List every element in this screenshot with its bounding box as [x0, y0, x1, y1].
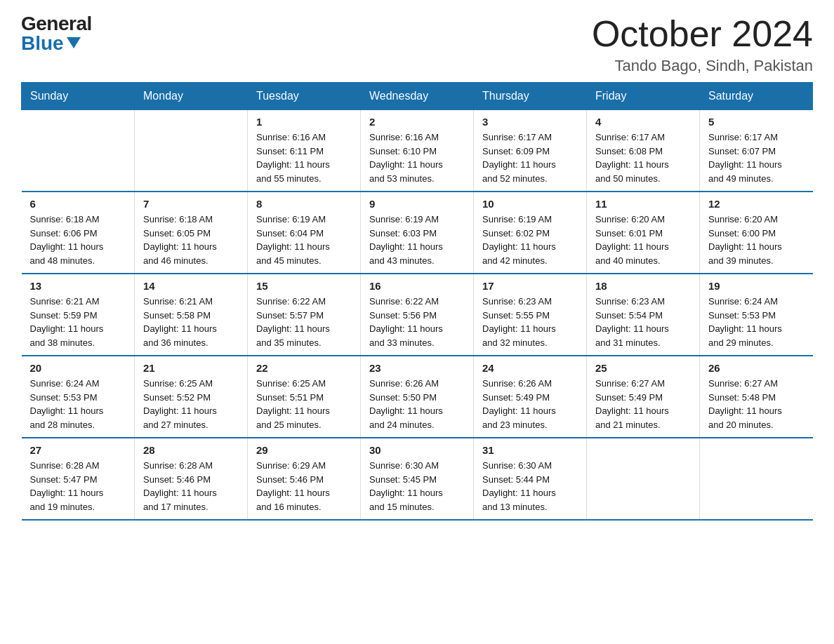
- calendar-cell: [135, 110, 248, 192]
- day-info: Sunrise: 6:24 AM Sunset: 5:53 PM Dayligh…: [30, 377, 126, 431]
- day-number: 2: [369, 116, 465, 128]
- logo: General Blue: [21, 14, 92, 53]
- day-number: 1: [256, 116, 352, 128]
- day-number: 15: [256, 280, 352, 292]
- calendar-cell: 1Sunrise: 6:16 AM Sunset: 6:11 PM Daylig…: [248, 110, 361, 192]
- day-info: Sunrise: 6:19 AM Sunset: 6:03 PM Dayligh…: [369, 213, 465, 267]
- column-header-sunday: Sunday: [22, 83, 135, 110]
- day-number: 22: [256, 362, 352, 374]
- day-number: 18: [595, 280, 691, 292]
- day-number: 25: [595, 362, 691, 374]
- day-info: Sunrise: 6:29 AM Sunset: 5:46 PM Dayligh…: [256, 459, 352, 514]
- day-info: Sunrise: 6:28 AM Sunset: 5:46 PM Dayligh…: [143, 459, 239, 514]
- day-number: 16: [369, 280, 465, 292]
- calendar-cell: 19Sunrise: 6:24 AM Sunset: 5:53 PM Dayli…: [700, 274, 813, 356]
- column-header-monday: Monday: [135, 83, 248, 110]
- calendar-cell: 17Sunrise: 6:23 AM Sunset: 5:55 PM Dayli…: [474, 274, 587, 356]
- title-block: October 2024 Tando Bago, Sindh, Pakistan: [592, 14, 813, 75]
- day-info: Sunrise: 6:22 AM Sunset: 5:56 PM Dayligh…: [369, 295, 465, 349]
- day-number: 7: [143, 198, 239, 210]
- calendar-header-row: SundayMondayTuesdayWednesdayThursdayFrid…: [22, 83, 813, 110]
- day-number: 28: [143, 444, 239, 456]
- calendar-cell: 8Sunrise: 6:19 AM Sunset: 6:04 PM Daylig…: [248, 192, 361, 274]
- calendar-cell: 10Sunrise: 6:19 AM Sunset: 6:02 PM Dayli…: [474, 192, 587, 274]
- calendar-week-row: 1Sunrise: 6:16 AM Sunset: 6:11 PM Daylig…: [22, 110, 813, 192]
- calendar-cell: 5Sunrise: 6:17 AM Sunset: 6:07 PM Daylig…: [700, 110, 813, 192]
- calendar-cell: [587, 438, 700, 520]
- day-number: 21: [143, 362, 239, 374]
- calendar-cell: 25Sunrise: 6:27 AM Sunset: 5:49 PM Dayli…: [587, 356, 700, 438]
- calendar-cell: 26Sunrise: 6:27 AM Sunset: 5:48 PM Dayli…: [700, 356, 813, 438]
- calendar-table: SundayMondayTuesdayWednesdayThursdayFrid…: [21, 82, 813, 521]
- day-info: Sunrise: 6:19 AM Sunset: 6:04 PM Dayligh…: [256, 213, 352, 267]
- calendar-cell: 28Sunrise: 6:28 AM Sunset: 5:46 PM Dayli…: [135, 438, 248, 520]
- day-number: 19: [708, 280, 805, 292]
- day-info: Sunrise: 6:21 AM Sunset: 5:58 PM Dayligh…: [143, 295, 239, 349]
- day-number: 9: [369, 198, 465, 210]
- day-info: Sunrise: 6:23 AM Sunset: 5:54 PM Dayligh…: [595, 295, 691, 349]
- calendar-cell: 31Sunrise: 6:30 AM Sunset: 5:44 PM Dayli…: [474, 438, 587, 520]
- logo-triangle-icon: [67, 37, 81, 48]
- calendar-cell: 14Sunrise: 6:21 AM Sunset: 5:58 PM Dayli…: [135, 274, 248, 356]
- day-info: Sunrise: 6:27 AM Sunset: 5:49 PM Dayligh…: [595, 377, 691, 431]
- day-info: Sunrise: 6:25 AM Sunset: 5:52 PM Dayligh…: [143, 377, 239, 431]
- day-number: 10: [482, 198, 578, 210]
- calendar-cell: 4Sunrise: 6:17 AM Sunset: 6:08 PM Daylig…: [587, 110, 700, 192]
- day-number: 4: [595, 116, 691, 128]
- day-info: Sunrise: 6:20 AM Sunset: 6:01 PM Dayligh…: [595, 213, 691, 267]
- calendar-week-row: 20Sunrise: 6:24 AM Sunset: 5:53 PM Dayli…: [22, 356, 813, 438]
- calendar-week-row: 6Sunrise: 6:18 AM Sunset: 6:06 PM Daylig…: [22, 192, 813, 274]
- day-info: Sunrise: 6:18 AM Sunset: 6:05 PM Dayligh…: [143, 213, 239, 267]
- day-number: 17: [482, 280, 578, 292]
- day-number: 23: [369, 362, 465, 374]
- day-number: 24: [482, 362, 578, 374]
- calendar-week-row: 13Sunrise: 6:21 AM Sunset: 5:59 PM Dayli…: [22, 274, 813, 356]
- day-info: Sunrise: 6:16 AM Sunset: 6:11 PM Dayligh…: [256, 130, 352, 185]
- calendar-cell: 23Sunrise: 6:26 AM Sunset: 5:50 PM Dayli…: [361, 356, 474, 438]
- day-info: Sunrise: 6:30 AM Sunset: 5:44 PM Dayligh…: [482, 459, 578, 514]
- day-info: Sunrise: 6:26 AM Sunset: 5:50 PM Dayligh…: [369, 377, 465, 431]
- day-info: Sunrise: 6:24 AM Sunset: 5:53 PM Dayligh…: [708, 295, 805, 349]
- calendar-cell: 29Sunrise: 6:29 AM Sunset: 5:46 PM Dayli…: [248, 438, 361, 520]
- day-number: 3: [482, 116, 578, 128]
- day-number: 5: [708, 116, 805, 128]
- calendar-cell: 24Sunrise: 6:26 AM Sunset: 5:49 PM Dayli…: [474, 356, 587, 438]
- day-info: Sunrise: 6:22 AM Sunset: 5:57 PM Dayligh…: [256, 295, 352, 349]
- column-header-wednesday: Wednesday: [361, 83, 474, 110]
- calendar-cell: 9Sunrise: 6:19 AM Sunset: 6:03 PM Daylig…: [361, 192, 474, 274]
- calendar-cell: 2Sunrise: 6:16 AM Sunset: 6:10 PM Daylig…: [361, 110, 474, 192]
- day-number: 30: [369, 444, 465, 456]
- day-number: 13: [30, 280, 126, 292]
- calendar-cell: 15Sunrise: 6:22 AM Sunset: 5:57 PM Dayli…: [248, 274, 361, 356]
- day-number: 8: [256, 198, 352, 210]
- day-number: 14: [143, 280, 239, 292]
- day-info: Sunrise: 6:26 AM Sunset: 5:49 PM Dayligh…: [482, 377, 578, 431]
- column-header-tuesday: Tuesday: [248, 83, 361, 110]
- day-info: Sunrise: 6:23 AM Sunset: 5:55 PM Dayligh…: [482, 295, 578, 349]
- day-number: 31: [482, 444, 578, 456]
- day-info: Sunrise: 6:20 AM Sunset: 6:00 PM Dayligh…: [708, 213, 805, 267]
- calendar-cell: 7Sunrise: 6:18 AM Sunset: 6:05 PM Daylig…: [135, 192, 248, 274]
- day-info: Sunrise: 6:18 AM Sunset: 6:06 PM Dayligh…: [30, 213, 126, 267]
- day-number: 26: [708, 362, 805, 374]
- page-subtitle: Tando Bago, Sindh, Pakistan: [592, 57, 813, 75]
- calendar-cell: [22, 110, 135, 192]
- calendar-cell: 21Sunrise: 6:25 AM Sunset: 5:52 PM Dayli…: [135, 356, 248, 438]
- calendar-cell: 20Sunrise: 6:24 AM Sunset: 5:53 PM Dayli…: [22, 356, 135, 438]
- calendar-cell: 13Sunrise: 6:21 AM Sunset: 5:59 PM Dayli…: [22, 274, 135, 356]
- day-info: Sunrise: 6:28 AM Sunset: 5:47 PM Dayligh…: [30, 459, 126, 514]
- day-number: 29: [256, 444, 352, 456]
- day-number: 27: [30, 444, 126, 456]
- column-header-saturday: Saturday: [700, 83, 813, 110]
- day-number: 6: [30, 198, 126, 210]
- calendar-cell: 3Sunrise: 6:17 AM Sunset: 6:09 PM Daylig…: [474, 110, 587, 192]
- calendar-cell: 27Sunrise: 6:28 AM Sunset: 5:47 PM Dayli…: [22, 438, 135, 520]
- day-info: Sunrise: 6:25 AM Sunset: 5:51 PM Dayligh…: [256, 377, 352, 431]
- day-info: Sunrise: 6:17 AM Sunset: 6:09 PM Dayligh…: [482, 130, 578, 185]
- calendar-cell: [700, 438, 813, 520]
- logo-blue-text: Blue: [21, 34, 81, 53]
- day-info: Sunrise: 6:30 AM Sunset: 5:45 PM Dayligh…: [369, 459, 465, 514]
- calendar-cell: 11Sunrise: 6:20 AM Sunset: 6:01 PM Dayli…: [587, 192, 700, 274]
- logo-general-text: General: [21, 14, 92, 34]
- calendar-cell: 30Sunrise: 6:30 AM Sunset: 5:45 PM Dayli…: [361, 438, 474, 520]
